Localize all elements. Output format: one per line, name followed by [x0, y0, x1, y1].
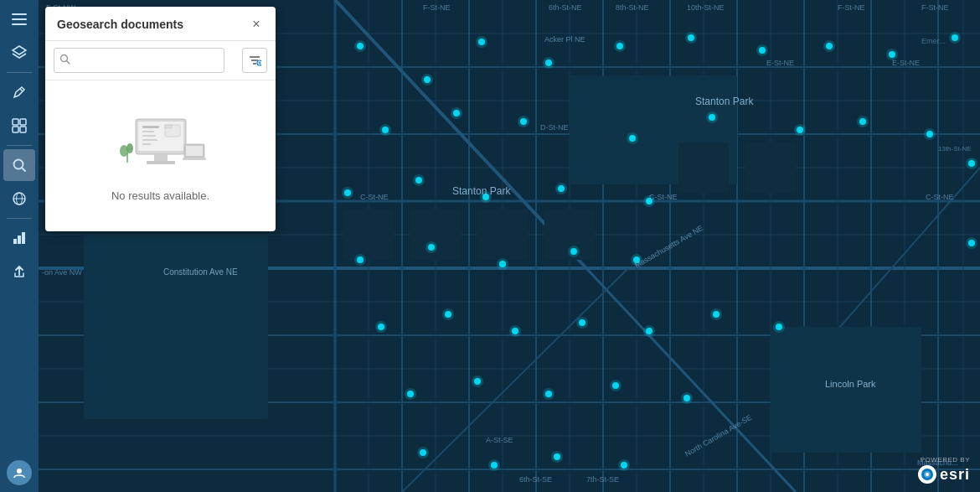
- svg-rect-201: [142, 143, 151, 145]
- svg-rect-40: [84, 235, 268, 419]
- svg-text:Stanton Park: Stanton Park: [695, 96, 754, 107]
- svg-line-171: [20, 89, 23, 91]
- svg-rect-41: [771, 327, 921, 453]
- svg-rect-43: [410, 210, 461, 260]
- svg-point-83: [924, 128, 936, 140]
- svg-point-59: [685, 32, 697, 44]
- esri-icon: [918, 465, 936, 484]
- esri-logo-container: esri: [918, 465, 970, 484]
- svg-point-63: [823, 40, 835, 52]
- esri-powered-by-text: POWERED BY: [921, 456, 970, 464]
- svg-text:13th-St-NE: 13th-St-NE: [938, 145, 972, 153]
- svg-point-85: [966, 158, 977, 169]
- menu-button[interactable]: [3, 3, 35, 35]
- svg-rect-203: [165, 125, 172, 128]
- svg-text:10th-St-NE: 10th-St-NE: [687, 3, 725, 12]
- svg-point-113: [509, 325, 521, 337]
- svg-point-69: [379, 124, 391, 136]
- svg-point-71: [451, 107, 462, 119]
- svg-rect-209: [183, 158, 206, 160]
- svg-point-79: [794, 124, 806, 136]
- svg-rect-195: [154, 154, 168, 161]
- svg-rect-47: [745, 142, 796, 193]
- divider-3: [7, 218, 32, 219]
- svg-point-109: [375, 321, 387, 333]
- svg-point-137: [551, 451, 563, 463]
- svg-point-115: [576, 317, 588, 329]
- svg-text:Acker Pl NE: Acker Pl NE: [544, 35, 585, 44]
- search-button[interactable]: [3, 149, 35, 181]
- no-results-text: No results available.: [111, 189, 209, 202]
- svg-text:8th-St-NE: 8th-St-NE: [616, 3, 649, 12]
- svg-line-177: [22, 168, 25, 171]
- chart-button[interactable]: [3, 222, 35, 254]
- svg-point-103: [568, 246, 580, 257]
- svg-text:F-St-NE: F-St-NE: [921, 3, 949, 12]
- svg-point-55: [543, 57, 554, 69]
- avatar[interactable]: [7, 460, 32, 485]
- divider-1: [7, 72, 32, 73]
- svg-rect-183: [22, 232, 25, 244]
- share-button[interactable]: [3, 256, 35, 287]
- svg-text:Constitution Ave NE: Constitution Ave NE: [163, 267, 238, 277]
- svg-point-87: [342, 187, 353, 199]
- svg-text:7th-St-SE: 7th-St-SE: [586, 475, 619, 484]
- svg-point-67: [949, 32, 961, 44]
- svg-point-51: [421, 74, 433, 85]
- divider-2: [7, 145, 32, 146]
- svg-rect-175: [20, 127, 26, 132]
- svg-point-135: [488, 459, 500, 471]
- svg-rect-182: [18, 236, 21, 244]
- svg-point-99: [426, 241, 437, 253]
- esri-branding: POWERED BY esri: [918, 456, 970, 484]
- svg-point-75: [627, 132, 638, 144]
- svg-point-81: [857, 116, 869, 127]
- svg-point-206: [126, 143, 133, 153]
- svg-point-93: [555, 183, 567, 194]
- svg-text:E-St-NE: E-St-NE: [892, 59, 920, 67]
- svg-rect-172: [13, 119, 18, 125]
- search-input-wrapper: [54, 48, 237, 73]
- svg-point-77: [706, 111, 718, 123]
- svg-point-127: [543, 388, 554, 400]
- svg-point-117: [643, 325, 655, 337]
- svg-marker-170: [13, 46, 26, 54]
- layers-button[interactable]: [3, 37, 35, 69]
- draw-button[interactable]: [3, 76, 35, 108]
- geosearch-title: Geosearch documents: [57, 18, 183, 31]
- geosearch-header: Geosearch documents ×: [45, 7, 276, 41]
- svg-text:-on Ave NW: -on Ave NW: [42, 268, 82, 277]
- svg-rect-181: [13, 239, 17, 244]
- svg-point-212: [926, 473, 929, 476]
- svg-text:6th-St-SE: 6th-St-SE: [519, 475, 552, 484]
- geosearch-body: No results available.: [45, 80, 276, 231]
- svg-rect-208: [186, 146, 203, 156]
- close-button[interactable]: ×: [247, 15, 266, 34]
- svg-rect-197: [142, 126, 159, 128]
- esri-name-text: esri: [940, 466, 970, 484]
- svg-point-139: [618, 459, 630, 471]
- search-input[interactable]: [54, 48, 224, 73]
- svg-rect-46: [678, 142, 729, 193]
- svg-rect-168: [12, 18, 27, 20]
- svg-point-131: [681, 392, 693, 404]
- svg-point-123: [405, 388, 416, 400]
- svg-text:D-St-NE: D-St-NE: [540, 123, 569, 132]
- svg-point-89: [413, 174, 425, 186]
- svg-rect-42: [343, 210, 394, 260]
- globe-button[interactable]: [3, 183, 35, 215]
- svg-point-49: [354, 40, 366, 52]
- svg-point-119: [710, 308, 722, 320]
- svg-point-107: [966, 237, 977, 249]
- geosearch-panel: Geosearch documents ×: [45, 7, 276, 231]
- svg-rect-196: [147, 161, 175, 164]
- widget-button[interactable]: [3, 110, 35, 142]
- svg-rect-44: [477, 210, 528, 260]
- svg-point-97: [354, 254, 366, 266]
- svg-text:C-St-NE: C-St-NE: [649, 193, 678, 201]
- filter-button[interactable]: [242, 48, 267, 73]
- svg-point-111: [442, 308, 454, 320]
- search-row: [45, 41, 276, 80]
- svg-text:E-St-NE: E-St-NE: [766, 59, 794, 67]
- svg-text:A-St-SE: A-St-SE: [486, 436, 513, 444]
